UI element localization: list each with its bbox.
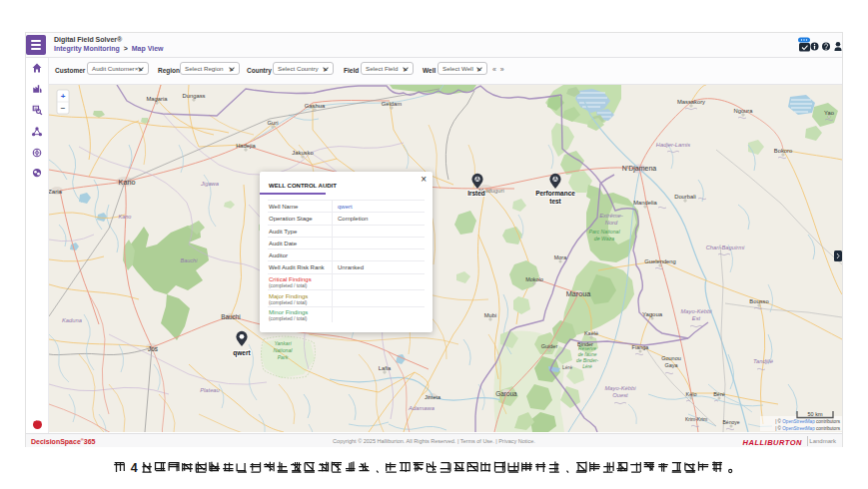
svg-text:Mayo-Kébbi: Mayo-Kébbi <box>605 385 637 391</box>
svg-text:Binder: Binder <box>577 341 593 347</box>
svg-text:Chari-Baguirmi: Chari-Baguirmi <box>706 244 745 250</box>
svg-text:4: 4 <box>131 461 138 475</box>
svg-text:Massakory: Massakory <box>677 99 705 105</box>
svg-text:Gaya: Gaya <box>664 362 678 368</box>
svg-text:Jos: Jos <box>148 345 158 352</box>
svg-text:Plateau: Plateau <box>200 387 220 393</box>
svg-text:Irsted: Irsted <box>467 190 485 197</box>
svg-text:| © OpenStreetMap contributors: | © OpenStreetMap contributors <box>775 418 841 424</box>
svg-text:Yankari: Yankari <box>274 340 292 346</box>
svg-text:Mayo-Kébbi: Mayo-Kébbi <box>681 308 713 314</box>
svg-text:Gashua: Gashua <box>305 103 326 109</box>
svg-text:de Waza: de Waza <box>594 236 614 242</box>
svg-text:de faune: de faune <box>578 352 597 357</box>
svg-text:Hadejia: Hadejia <box>236 143 256 149</box>
svg-text:Garoua: Garoua <box>495 390 517 397</box>
svg-text:Performance: Performance <box>535 190 575 197</box>
svg-text:N'Djamena: N'Djamena <box>622 165 657 173</box>
svg-text:Park: Park <box>278 354 289 360</box>
svg-text:Ouest: Ouest <box>612 392 628 398</box>
svg-text:Jimeta: Jimeta <box>425 394 441 400</box>
svg-text:Guider: Guider <box>541 343 558 349</box>
svg-text:Fianga: Fianga <box>632 344 650 350</box>
svg-text:Guelendeng: Guelendeng <box>644 258 676 264</box>
svg-text:Yao: Yao <box>824 110 834 116</box>
svg-text:Bauchi: Bauchi <box>221 313 241 320</box>
svg-text:Dungass: Dungass <box>183 93 206 99</box>
svg-text:Léré: Léré <box>562 364 572 370</box>
svg-text:Tandjilé: Tandjilé <box>753 358 774 364</box>
svg-text:Ngoura: Ngoura <box>733 108 753 114</box>
svg-text:Lafia: Lafia <box>379 365 392 371</box>
svg-text:Maroua: Maroua <box>566 289 590 298</box>
svg-text:Mokolo: Mokolo <box>525 276 543 282</box>
svg-text:Gounou: Gounou <box>661 355 681 361</box>
svg-text:Béré: Béré <box>713 391 725 397</box>
svg-text:Kélo: Kélo <box>685 391 696 397</box>
svg-text:de Binder-: de Binder- <box>576 358 598 363</box>
svg-text:Jigawa: Jigawa <box>200 181 220 187</box>
svg-text:Hadjer-Lamis: Hadjer-Lamis <box>656 142 690 148</box>
svg-text:Krim-Krim: Krim-Krim <box>685 416 707 422</box>
svg-text:Magaria: Magaria <box>147 96 169 102</box>
svg-text:Parc National: Parc National <box>588 229 620 235</box>
svg-text:Bokoro: Bokoro <box>774 148 792 154</box>
svg-text:| © OpenStreetMap contributors: | © OpenStreetMap contributors <box>775 425 841 431</box>
svg-text:Yagoua: Yagoua <box>642 311 663 317</box>
svg-text:Kano: Kano <box>119 214 132 220</box>
svg-text:National: National <box>273 347 293 353</box>
svg-text:Kano: Kano <box>119 178 136 187</box>
svg-text:Jakusko: Jakusko <box>292 150 313 156</box>
svg-text:Bousso: Bousso <box>749 298 768 304</box>
svg-text:Extrême-: Extrême- <box>599 213 623 219</box>
svg-text:Bénoye: Bénoye <box>723 419 740 425</box>
svg-text:Kaduna: Kaduna <box>62 317 83 323</box>
svg-text:Léré: Léré <box>582 364 592 369</box>
svg-text:Geidam: Geidam <box>382 101 402 107</box>
svg-text:Dourbali: Dourbali <box>674 194 696 200</box>
svg-text:Mandelia: Mandelia <box>633 200 657 206</box>
svg-text:−: − <box>61 104 66 113</box>
svg-text:+: + <box>61 92 66 101</box>
svg-text:Est: Est <box>692 315 701 321</box>
svg-text:qwert: qwert <box>233 349 251 357</box>
svg-text:Kaélé: Kaélé <box>584 330 598 336</box>
svg-text:Adamawa: Adamawa <box>408 405 435 411</box>
svg-text:test: test <box>549 198 561 205</box>
svg-text:Mubi: Mubi <box>484 312 497 318</box>
svg-text:Mora: Mora <box>554 254 567 260</box>
svg-text:Guri: Guri <box>268 120 279 126</box>
svg-text:Zaria: Zaria <box>49 188 63 195</box>
svg-text:50 km: 50 km <box>808 411 823 417</box>
svg-text:Nord: Nord <box>605 220 618 226</box>
svg-text:Bauchi: Bauchi <box>181 257 199 263</box>
